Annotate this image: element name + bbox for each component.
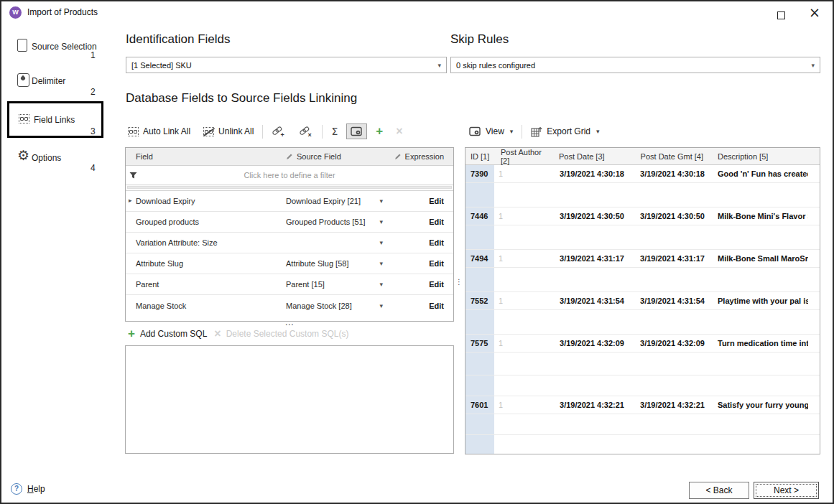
- horizontal-scrollbar[interactable]: [126, 185, 453, 191]
- unlink-icon: [203, 127, 214, 136]
- cell-description: Milk-Bone Mini's Flavor Sna: [706, 212, 808, 220]
- column-header-field[interactable]: Field: [126, 152, 286, 161]
- export-grid-button[interactable]: Export Grid ▾: [527, 123, 603, 140]
- table-row[interactable]: Variation Attribute: Size ▾ Edit: [126, 233, 453, 253]
- delete-icon: ×: [396, 126, 402, 136]
- edit-link[interactable]: Edit: [387, 302, 453, 310]
- edit-link[interactable]: Edit: [387, 280, 453, 289]
- cell-post-date: 3/19/2021 4:32:21: [552, 401, 634, 409]
- toolbar-separator: [522, 125, 522, 139]
- chevron-down-icon[interactable]: ▾: [379, 281, 383, 288]
- filter-row[interactable]: Click here to define a filter: [126, 166, 453, 185]
- chevron-down-icon[interactable]: ▾: [379, 197, 383, 205]
- cell-post-date-gmt: 3/19/2021 4:30:18: [634, 169, 706, 178]
- sidebar-item-delimiter[interactable]: Delimiter 2: [1, 73, 111, 99]
- pencil-icon: [394, 153, 402, 160]
- close-button[interactable]: ×: [802, 1, 827, 23]
- chevron-down-icon[interactable]: ▾: [379, 302, 383, 309]
- edit-link[interactable]: Edit: [387, 218, 453, 226]
- remove-link-button[interactable]: ×: [295, 123, 318, 140]
- grid-row-spacer: [465, 353, 820, 375]
- table-row[interactable]: Manage Stock Manage Stock [28]▾ Edit: [126, 295, 453, 316]
- cell-id: 7575: [465, 335, 494, 352]
- column-header-source-field[interactable]: Source Field: [286, 152, 387, 161]
- link-x-icon: ×: [299, 126, 313, 137]
- edit-link[interactable]: Edit: [387, 238, 453, 247]
- delete-custom-sql-button[interactable]: × Delete Selected Custom SQL(s): [213, 328, 349, 340]
- grid-row-spacer: [465, 268, 820, 292]
- grid-row[interactable]: 7390 1 3/19/2021 4:30:18 3/19/2021 4:30:…: [465, 165, 820, 183]
- column-header-id[interactable]: ID [1]: [465, 148, 494, 164]
- column-header-description[interactable]: Description [5]: [706, 152, 808, 161]
- back-button[interactable]: < Back: [689, 482, 749, 499]
- column-header-post-date-gmt[interactable]: Post Date Gmt [4]: [634, 152, 706, 161]
- svg-text:+: +: [281, 131, 284, 137]
- grid-row[interactable]: 7446 1 3/19/2021 4:30:50 3/19/2021 4:30:…: [465, 207, 820, 225]
- grid-row[interactable]: 7575 1 3/19/2021 4:32:09 3/19/2021 4:32:…: [465, 335, 820, 353]
- pencil-icon: [286, 153, 293, 160]
- step-number: 1: [91, 50, 96, 60]
- auto-link-all-button[interactable]: Auto Link All: [124, 123, 195, 139]
- help-button[interactable]: ? Help: [11, 483, 45, 495]
- quote-icon: [17, 73, 29, 87]
- maximize-button[interactable]: [769, 1, 792, 23]
- column-header-post-author[interactable]: Post Author [2]: [494, 148, 552, 165]
- filter-funnel-icon: [129, 172, 137, 179]
- preview-data-grid: ID [1] Post Author [2] Post Date [3] Pos…: [465, 147, 820, 454]
- delete-row-button[interactable]: ×: [391, 123, 407, 139]
- column-header-post-date[interactable]: Post Date [3]: [552, 152, 634, 161]
- link-toolbar: Auto Link All Unlink All + ×: [124, 122, 407, 141]
- sidebar-item-options[interactable]: ⚙ Options 4: [1, 149, 111, 174]
- grid-row[interactable]: 7494 1 3/19/2021 4:31:17 3/19/2021 4:31:…: [465, 250, 820, 268]
- step-number: 2: [91, 87, 96, 97]
- cell-post-date: 3/19/2021 4:31:54: [552, 297, 634, 305]
- grid-row-spacer: [465, 375, 820, 396]
- chevron-down-icon[interactable]: ▾: [379, 239, 383, 246]
- field-links-table: Field Source Field Expression Click here…: [125, 147, 454, 322]
- grid-row[interactable]: 7552 1 3/19/2021 4:31:54 3/19/2021 4:31:…: [465, 292, 820, 310]
- cell-id: 7494: [465, 250, 494, 267]
- custom-sql-editor[interactable]: [125, 345, 454, 454]
- grid-row-spacer: [465, 414, 820, 435]
- cell-post-date: 3/19/2021 4:30:18: [552, 169, 634, 178]
- sigma-icon: Σ: [331, 126, 338, 137]
- source-field-value: Manage Stock [28]: [286, 302, 352, 310]
- table-row[interactable]: Grouped products Grouped Products [51]▾ …: [126, 212, 453, 233]
- add-custom-sql-label: Add Custom SQL: [140, 329, 207, 339]
- next-button[interactable]: Next >: [754, 482, 819, 499]
- skip-rules-dropdown[interactable]: 0 skip rules configured ▾: [450, 57, 820, 73]
- grid-row[interactable]: 7601 1 3/19/2021 4:32:21 3/19/2021 4:32:…: [465, 396, 820, 414]
- unlink-all-label: Unlink All: [218, 126, 254, 136]
- toolbar-separator: [322, 125, 323, 139]
- row-expander-icon[interactable]: ▸: [129, 197, 132, 204]
- expression-sum-button[interactable]: Σ: [327, 123, 342, 140]
- add-link-button[interactable]: +: [267, 123, 290, 140]
- chevron-down-icon[interactable]: ▾: [379, 218, 383, 225]
- sidebar-item-label: Source Selection: [32, 42, 97, 52]
- table-row[interactable]: ▸ Download Expiry Download Expiry [21]▾ …: [126, 191, 453, 212]
- import-wizard-window: W Import of Products × Source Selection …: [0, 0, 834, 504]
- panel-splitter-handle[interactable]: ⋮: [455, 279, 461, 284]
- add-custom-sql-button[interactable]: + Add Custom SQL: [127, 328, 208, 340]
- table-row[interactable]: Parent Parent [15]▾ Edit: [126, 274, 453, 295]
- view-menu-button[interactable]: View ▾: [465, 123, 517, 139]
- edit-link[interactable]: Edit: [387, 259, 453, 268]
- identification-fields-dropdown[interactable]: [1 Selected] SKU ▾: [126, 57, 447, 73]
- sidebar-item-field-links[interactable]: Field Links 3: [7, 101, 103, 138]
- grid-row-spacer: [465, 183, 820, 207]
- unlink-all-button[interactable]: Unlink All: [199, 123, 258, 139]
- help-label: Help: [27, 484, 45, 494]
- help-question-icon: ?: [11, 483, 22, 495]
- chevron-down-icon[interactable]: ▾: [379, 260, 383, 267]
- table-row[interactable]: Attribute Slug Attribute Slug [58]▾ Edit: [126, 253, 453, 274]
- add-row-button[interactable]: +: [371, 123, 387, 139]
- plus-icon: +: [376, 126, 383, 136]
- edit-link[interactable]: Edit: [387, 197, 453, 205]
- step-number: 3: [91, 126, 96, 136]
- step-number: 4: [91, 163, 96, 173]
- sidebar-item-source-selection[interactable]: Source Selection 1: [1, 37, 111, 63]
- source-field-value: Grouped Products [51]: [286, 218, 366, 226]
- column-header-expression[interactable]: Expression: [387, 152, 453, 161]
- grid-row-spacer: [465, 225, 820, 250]
- preview-toggle-button[interactable]: [346, 123, 367, 139]
